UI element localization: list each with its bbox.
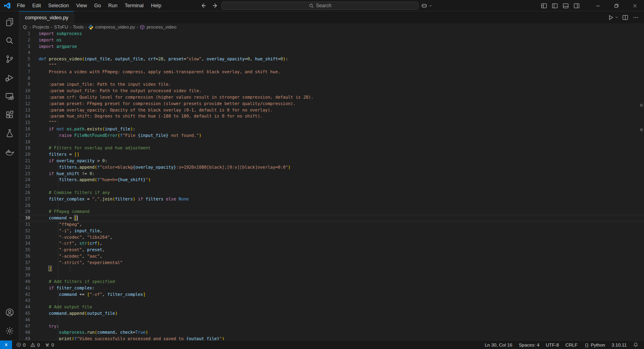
end-of-line[interactable]: CRLF bbox=[563, 341, 580, 349]
code-line[interactable]: 29 # FFmpeg command bbox=[19, 209, 644, 215]
code-line[interactable]: 8 bbox=[19, 75, 644, 82]
code-line[interactable]: 48 subprocess.run(command, check=True) bbox=[19, 329, 644, 336]
activity-item-settings[interactable] bbox=[0, 322, 19, 340]
code-line[interactable]: 24 filters.append(f"hue=h={hue_shift}") bbox=[19, 177, 644, 183]
code-line[interactable]: 26 # Combine filters if any bbox=[19, 190, 644, 196]
activity-item-remote-explorer[interactable] bbox=[0, 87, 19, 105]
code-line[interactable]: 35 "-preset", preset, bbox=[19, 247, 644, 253]
code-line[interactable]: 32 "-i", input_file, bbox=[19, 228, 644, 234]
breadcrumb-item[interactable]: Projects bbox=[32, 25, 50, 29]
code-editor[interactable]: 1import subprocess2import os3import argp… bbox=[19, 31, 644, 340]
breadcrumb-item[interactable]: Q: bbox=[22, 25, 29, 29]
activity-item-source-control[interactable] bbox=[0, 50, 19, 68]
code-line[interactable]: 25 bbox=[19, 183, 644, 190]
minimize-button[interactable] bbox=[588, 0, 607, 11]
customize-layout-icon[interactable] bbox=[541, 3, 547, 9]
code-line[interactable]: 2import os bbox=[19, 37, 644, 43]
code-line[interactable]: 34 "-crf", str(crf), bbox=[19, 240, 644, 247]
activity-item-run-and-debug[interactable] bbox=[0, 68, 19, 87]
code-line[interactable]: 5def process_video(input_file, output_fi… bbox=[19, 56, 644, 62]
close-button[interactable] bbox=[625, 0, 644, 11]
breadcrumb-item[interactable]: compress_video.py bbox=[87, 25, 136, 30]
code-line[interactable]: 30 command = [ bbox=[19, 215, 644, 221]
code-line[interactable]: 20 filters = [] bbox=[19, 151, 644, 158]
menu-selection[interactable]: Selection bbox=[45, 1, 72, 10]
menu-view[interactable]: View bbox=[72, 1, 91, 10]
notifications[interactable] bbox=[631, 341, 641, 349]
activity-item-extensions[interactable] bbox=[0, 105, 19, 124]
run-dropdown-button[interactable] bbox=[614, 13, 619, 22]
code-line[interactable]: 33 "-vcodec", "libx264", bbox=[19, 234, 644, 241]
minimap[interactable] bbox=[603, 31, 638, 90]
split-editor-button[interactable] bbox=[621, 13, 630, 22]
activity-item-docker[interactable] bbox=[0, 142, 19, 161]
sidebar-right-icon[interactable] bbox=[574, 3, 580, 9]
indentation[interactable]: Spaces: 4 bbox=[516, 341, 542, 349]
overview-ruler[interactable] bbox=[638, 31, 644, 340]
code-line[interactable]: 7 Process a video with FFmpeg: compress,… bbox=[19, 69, 644, 75]
language-mode[interactable]: { }Python bbox=[582, 341, 608, 349]
tab-compress-video[interactable]: compress_video.py bbox=[19, 11, 74, 23]
code-line[interactable]: 44 # Add output file bbox=[19, 304, 644, 310]
back-icon[interactable] bbox=[200, 2, 206, 9]
code-line[interactable]: 27 filter_complex = ",".join(filters) if… bbox=[19, 196, 644, 202]
code-line[interactable]: 22 filters.append(f"color=black@{overlay… bbox=[19, 164, 644, 171]
run-python-file-button[interactable] bbox=[606, 13, 615, 22]
encoding[interactable]: UTF-8 bbox=[543, 341, 561, 349]
code-line[interactable]: 9 :param input_file: Path to the input v… bbox=[19, 81, 644, 88]
code-line[interactable]: 49 print(f"Video successfully processed … bbox=[19, 336, 644, 340]
code-line[interactable]: 38 ] bbox=[19, 266, 644, 272]
code-line[interactable]: 47 try: bbox=[19, 323, 644, 330]
breadcrumb-item[interactable]: process_video bbox=[139, 25, 177, 30]
restore-button[interactable] bbox=[607, 0, 625, 11]
menu-terminal[interactable]: Terminal bbox=[121, 1, 147, 10]
code-line[interactable]: 1import subprocess bbox=[19, 31, 644, 37]
code-line[interactable]: 37 "-strict", "experimental" bbox=[19, 260, 644, 266]
menu-run[interactable]: Run bbox=[105, 1, 121, 10]
breadcrumb-item[interactable]: Tools bbox=[72, 25, 85, 29]
panel-icon[interactable] bbox=[563, 3, 569, 9]
activity-item-accounts[interactable] bbox=[0, 303, 19, 322]
code-line[interactable]: 6 """ bbox=[19, 62, 644, 69]
activity-item-explorer[interactable] bbox=[0, 13, 19, 31]
code-line[interactable]: 19 # Filters for overlay and hue adjustm… bbox=[19, 145, 644, 151]
menu-help[interactable]: Help bbox=[147, 1, 165, 10]
menu-edit[interactable]: Edit bbox=[29, 1, 45, 10]
code-line[interactable]: 42 command += ["-vf", filter_complex] bbox=[19, 291, 644, 298]
sidebar-left-icon[interactable] bbox=[552, 3, 558, 9]
copilot-menu[interactable] bbox=[421, 1, 433, 10]
code-line[interactable]: 10 :param output_file: Path to the outpu… bbox=[19, 88, 644, 94]
code-line[interactable]: 39 bbox=[19, 272, 644, 279]
code-line[interactable]: 16 if not os.path.exists(input_file): bbox=[19, 126, 644, 132]
code-line[interactable]: 41 if filter_complex: bbox=[19, 285, 644, 291]
breadcrumb-item[interactable]: SToFU bbox=[53, 25, 69, 29]
remote-indicator[interactable] bbox=[0, 341, 12, 349]
code-line[interactable]: 12 :param preset: FFmpeg preset for comp… bbox=[19, 101, 644, 107]
code-line[interactable]: 40 # Add filters if specified bbox=[19, 279, 644, 285]
code-line[interactable]: 4 bbox=[19, 50, 644, 56]
activity-item-testing[interactable] bbox=[0, 124, 19, 142]
code-line[interactable]: 15 """ bbox=[19, 120, 644, 126]
code-line[interactable]: 14 :param hue_shift: Degrees to shift th… bbox=[19, 113, 644, 120]
code-line[interactable]: 11 :param crf: Quality level for compres… bbox=[19, 94, 644, 101]
code-line[interactable]: 21 if overlay_opacity > 0: bbox=[19, 158, 644, 164]
python-interpreter[interactable]: 3.10.11 bbox=[609, 341, 629, 349]
menu-file[interactable]: File bbox=[13, 1, 29, 10]
menu-go[interactable]: Go bbox=[91, 1, 105, 10]
code-line[interactable]: 31 "ffmpeg", bbox=[19, 221, 644, 228]
code-line[interactable]: 46 bbox=[19, 317, 644, 323]
code-line[interactable]: 13 :param overlay_opacity: Opacity of th… bbox=[19, 107, 644, 114]
code-line[interactable]: 23 if hue_shift != 0: bbox=[19, 171, 644, 177]
more-actions-button[interactable] bbox=[631, 13, 640, 22]
code-line[interactable]: 17 raise FileNotFoundError(f"File {input… bbox=[19, 132, 644, 139]
code-line[interactable]: 45 command.append(output_file) bbox=[19, 310, 644, 317]
code-line[interactable]: 28 bbox=[19, 202, 644, 209]
code-line[interactable]: 18 bbox=[19, 139, 644, 145]
forwarded-ports[interactable]: 0 bbox=[42, 341, 56, 349]
activity-item-search[interactable] bbox=[0, 31, 19, 50]
forward-icon[interactable] bbox=[212, 2, 219, 9]
command-center-search[interactable]: Search bbox=[221, 2, 419, 10]
cursor-position[interactable]: Ln 30, Col 16 bbox=[482, 341, 514, 349]
problems-errors[interactable]: 0 bbox=[14, 341, 28, 349]
code-line[interactable]: 36 "-acodec", "aac", bbox=[19, 253, 644, 260]
